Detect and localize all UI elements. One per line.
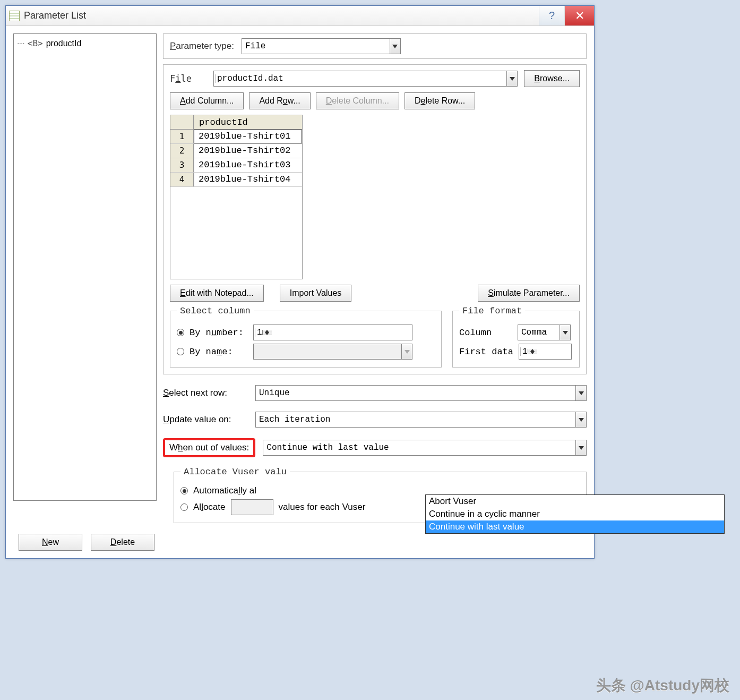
grid-cell[interactable]: 2019blue-Tshirt03 [194, 158, 302, 172]
column-delimiter-select[interactable]: Comma [518, 325, 571, 340]
manual-allocate-label: Allocate [193, 502, 226, 513]
window-title: Parameter List [24, 10, 86, 21]
row-number: 4 [170, 173, 194, 186]
auto-allocate-label: Automatically al [193, 485, 256, 496]
parameter-list-dialog: Parameter List ? ✕ ···· <B> productId Pa… [5, 5, 595, 559]
dropdown-arrow-icon[interactable] [390, 39, 400, 54]
allocate-suffix-label: values for each Vuser [279, 502, 366, 513]
first-data-input[interactable]: 1 [519, 344, 572, 360]
table-row[interactable]: 42019blue-Tshirt04 [170, 173, 302, 187]
add-column-button[interactable]: Add Column... [170, 92, 244, 109]
update-value-row: Update value on: Each iteration [163, 412, 587, 428]
import-values-button[interactable]: Import Values [280, 285, 352, 302]
grid-cell[interactable]: 2019blue-Tshirt01 [194, 130, 302, 143]
first-data-label: First data [459, 347, 513, 357]
tree-dots-icon: ···· [17, 39, 24, 48]
dropdown-arrow-icon [401, 344, 412, 359]
dropdown-arrow-icon[interactable] [575, 412, 586, 427]
select-next-row: Select next row: Unique [163, 385, 587, 401]
by-number-input[interactable]: 1 [253, 325, 412, 340]
select-next-row-select[interactable]: Unique [255, 385, 587, 401]
when-out-of-values-label: When out of values: [169, 442, 249, 453]
table-row[interactable]: 32019blue-Tshirt03 [170, 158, 302, 173]
auto-allocate-radio[interactable] [180, 487, 188, 494]
grid-col-header[interactable]: productId [194, 115, 302, 129]
dropdown-option[interactable]: Abort Vuser [426, 495, 724, 508]
grid-header: productId [170, 115, 302, 130]
table-row[interactable]: 22019blue-Tshirt02 [170, 144, 302, 158]
by-number-radio[interactable] [177, 329, 184, 336]
dropdown-arrow-icon[interactable] [560, 325, 570, 340]
update-value-select[interactable]: Each iteration [255, 412, 587, 428]
simulate-parameter-button[interactable]: Simulate Parameter... [478, 285, 580, 302]
app-icon [9, 11, 20, 21]
parameter-type-row: Parameter type: File [163, 33, 587, 59]
file-group: File productId.dat Browse... Add Column.… [163, 64, 587, 374]
add-row-button[interactable]: Add Row... [249, 92, 310, 109]
help-button[interactable]: ? [539, 6, 564, 25]
select-next-row-label: Select next row: [163, 388, 248, 398]
delete-button[interactable]: Delete [91, 534, 154, 551]
parameter-tree[interactable]: ···· <B> productId [13, 33, 157, 501]
by-name-radio[interactable] [177, 348, 184, 355]
tree-param-icon: <B> [28, 38, 43, 48]
manual-allocate-radio[interactable] [180, 503, 188, 511]
table-row[interactable]: 12019blue-Tshirt01 [170, 130, 302, 144]
row-number: 1 [170, 130, 194, 143]
column-delimiter-label: Column [459, 328, 512, 338]
dropdown-option[interactable]: Continue in a cyclic manner [426, 508, 724, 520]
select-column-group: Select column By number: 1 [170, 306, 442, 368]
dropdown-arrow-icon[interactable] [506, 71, 517, 86]
close-button[interactable]: ✕ [564, 6, 594, 25]
dropdown-arrow-icon[interactable] [575, 440, 586, 455]
dropdown-arrow-icon[interactable] [575, 386, 586, 400]
when-out-of-values-row: When out of values: Continue with last v… [163, 438, 587, 457]
by-name-label: By name: [190, 347, 248, 357]
watermark: 头条 @Atstudy网校 [596, 676, 729, 696]
when-out-of-values-select[interactable]: Continue with last value [263, 440, 587, 456]
allocate-count-input [231, 499, 273, 515]
parameter-type-label: Parameter type: [170, 41, 234, 52]
grid-cell[interactable]: 2019blue-Tshirt02 [194, 144, 302, 158]
by-number-label: By number: [190, 328, 248, 338]
row-number: 2 [170, 144, 194, 158]
data-grid[interactable]: productId 12019blue-Tshirt0122019blue-Ts… [170, 115, 303, 279]
edit-with-notepad-button[interactable]: Edit with Notepad... [170, 285, 264, 302]
allocate-legend: Allocate Vuser valu [180, 467, 290, 477]
dropdown-option[interactable]: Continue with last value [426, 520, 724, 533]
by-name-select [253, 344, 412, 360]
file-format-legend: File format [459, 306, 525, 316]
browse-button[interactable]: Browse... [524, 70, 580, 87]
tree-item-label: productId [46, 39, 82, 48]
grid-cell[interactable]: 2019blue-Tshirt04 [194, 173, 302, 186]
update-value-label: Update value on: [163, 414, 248, 425]
file-path-select[interactable]: productId.dat [213, 71, 518, 87]
delete-row-button[interactable]: Delete Row... [405, 92, 475, 109]
new-button[interactable]: New [19, 534, 82, 551]
when-out-of-values-dropdown[interactable]: Abort VuserContinue in a cyclic mannerCo… [425, 494, 725, 534]
delete-column-button: Delete Column... [316, 92, 399, 109]
file-format-group: File format Column Comma First data [452, 306, 580, 368]
select-column-legend: Select column [177, 306, 254, 316]
parameter-type-select[interactable]: File [242, 38, 401, 54]
when-out-of-values-highlight: When out of values: [163, 438, 255, 457]
titlebar: Parameter List ? ✕ [6, 6, 594, 26]
file-label: File [170, 73, 207, 84]
row-number: 3 [170, 158, 194, 172]
tree-item-productid[interactable]: ···· <B> productId [17, 37, 153, 49]
